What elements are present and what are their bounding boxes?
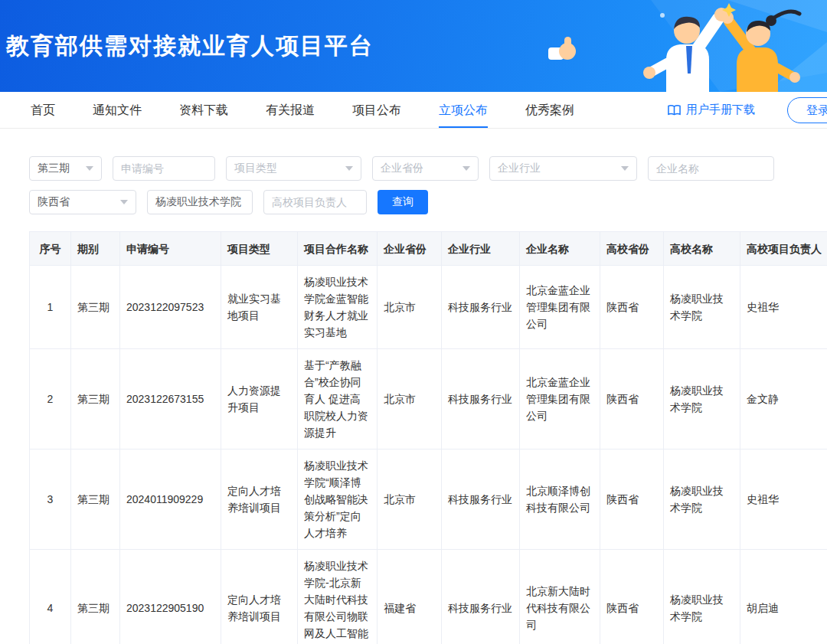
people-highfive-illustration [536, 0, 827, 92]
table-row: 2第三期2023122673155人力资源提升项目基于“产教融合”校企协同育人 … [30, 349, 827, 449]
table-header-cell: 高校项目负责人 [740, 232, 827, 266]
school-name-input[interactable] [147, 190, 253, 214]
table-cell: 杨凌职业技术学院 [664, 349, 740, 449]
table-cell: 科技服务行业 [442, 449, 520, 550]
table-cell: 杨凌职业技术学院-北京新大陆时代科技有限公司物联网及人工智能方向人才培养 [298, 550, 378, 644]
table-cell: 杨凌职业技术学院 [664, 449, 740, 550]
table-cell: 定向人才培养培训项目 [221, 449, 298, 550]
table-cell: 福建省 [378, 550, 442, 644]
results-table-wrap: 序号期别申请编号项目类型项目合作名称企业省份企业行业企业名称高校省份高校名称高校… [29, 231, 827, 644]
table-header-cell: 企业省份 [378, 232, 442, 266]
company-industry-placeholder: 企业行业 [498, 162, 541, 175]
table-header-cell: 企业行业 [442, 232, 520, 266]
site-title: 教育部供需对接就业育人项目平台 [6, 31, 374, 62]
table-cell: 4 [30, 550, 71, 644]
table-cell: 1 [30, 266, 71, 349]
filter-row-1: 第三期 项目类型 企业省份 企业行业 [29, 156, 798, 181]
table-row: 3第三期2024011909229定向人才培养培训项目杨凌职业技术学院“顺泽博创… [30, 449, 827, 550]
filter-row-2: 陕西省 查询 [29, 190, 798, 214]
nav-item-4[interactable]: 有关报道 [266, 92, 315, 129]
project-type-select[interactable]: 项目类型 [226, 156, 361, 181]
chevron-down-icon [120, 200, 128, 204]
nav-items: 首页通知文件资料下载有关报道项目公布立项公布优秀案例 [31, 92, 612, 129]
table-header-cell: 项目合作名称 [298, 232, 378, 266]
apply-no-input[interactable] [113, 156, 215, 181]
nav-right: 用户手册下载 登录 [668, 97, 827, 123]
table-header-row: 序号期别申请编号项目类型项目合作名称企业省份企业行业企业名称高校省份高校名称高校… [30, 232, 827, 266]
table-cell: 人力资源提升项目 [221, 349, 298, 449]
table-cell: 陕西省 [600, 550, 664, 644]
chevron-down-icon [463, 166, 470, 171]
nav-item-5[interactable]: 项目公布 [352, 92, 401, 129]
table-row: 4第三期2023122905190定向人才培养培训项目杨凌职业技术学院-北京新大… [30, 550, 827, 644]
book-icon [668, 104, 681, 116]
nav-item-7[interactable]: 优秀案例 [525, 92, 574, 129]
nav-item-1[interactable]: 首页 [31, 92, 55, 129]
project-type-placeholder: 项目类型 [234, 162, 277, 175]
period-select-value: 第三期 [38, 162, 70, 175]
school-province-select[interactable]: 陕西省 [29, 190, 136, 214]
table-cell: 北京金蓝企业管理集团有限公司 [520, 349, 600, 449]
banner: 教育部供需对接就业育人项目平台 [0, 0, 827, 92]
table-cell: 金文静 [740, 349, 827, 449]
table-cell: 北京顺泽博创科技有限公司 [520, 449, 600, 550]
table-cell: 杨凌职业技术学院“顺泽博创战略智能决策分析”定向人才培养 [298, 449, 378, 550]
user-manual-label: 用户手册下载 [686, 103, 755, 117]
table-cell: 2023122673155 [120, 349, 221, 449]
nav-item-6[interactable]: 立项公布 [439, 92, 488, 129]
table-cell: 2023122905190 [120, 550, 221, 644]
table-cell: 科技服务行业 [442, 349, 520, 449]
company-province-select[interactable]: 企业省份 [372, 156, 479, 181]
table-cell: 2 [30, 349, 71, 449]
table-cell: 北京市 [378, 266, 442, 349]
table-cell: 史祖华 [740, 266, 827, 349]
chevron-down-icon [86, 166, 93, 171]
table-cell: 第三期 [71, 449, 120, 550]
company-industry-select[interactable]: 企业行业 [489, 156, 637, 181]
table-header-cell: 序号 [30, 232, 71, 266]
chevron-down-icon [621, 166, 629, 171]
company-name-input[interactable] [648, 156, 774, 181]
table-cell: 科技服务行业 [442, 266, 520, 349]
login-button[interactable]: 登录 [787, 97, 827, 123]
search-button[interactable]: 查询 [378, 190, 428, 214]
table-cell: 胡启迪 [740, 550, 827, 644]
table-cell: 北京新大陆时代科技有限公司 [520, 550, 600, 644]
table-cell: 第三期 [71, 266, 120, 349]
table-header-cell: 项目类型 [221, 232, 298, 266]
user-manual-link[interactable]: 用户手册下载 [668, 103, 755, 117]
table-header-cell: 期别 [71, 232, 120, 266]
table-header-cell: 高校省份 [600, 232, 664, 266]
main-nav: 首页通知文件资料下载有关报道项目公布立项公布优秀案例 用户手册下载 登录 [0, 92, 827, 129]
school-leader-input[interactable] [263, 190, 367, 214]
period-select[interactable]: 第三期 [29, 156, 102, 181]
table-cell: 陕西省 [600, 349, 664, 449]
page: 教育部供需对接就业育人项目平台 [0, 0, 827, 644]
table-cell: 北京市 [378, 449, 442, 550]
table-cell: 定向人才培养培训项目 [221, 550, 298, 644]
results-table: 序号期别申请编号项目类型项目合作名称企业省份企业行业企业名称高校省份高校名称高校… [29, 231, 827, 644]
table-cell: 史祖华 [740, 449, 827, 550]
table-cell: 2024011909229 [120, 449, 221, 550]
table-cell: 3 [30, 449, 71, 550]
table-body: 1第三期2023122097523就业实习基地项目杨凌职业技术学院金蓝智能财务人… [30, 266, 827, 644]
thumbs-up-icon [548, 37, 576, 60]
chevron-down-icon [345, 166, 353, 171]
table-cell: 杨凌职业技术学院 [664, 550, 740, 644]
table-cell: 科技服务行业 [442, 550, 520, 644]
nav-item-3[interactable]: 资料下载 [179, 92, 228, 129]
table-header-cell: 企业名称 [520, 232, 600, 266]
table-cell: 北京市 [378, 349, 442, 449]
table-row: 1第三期2023122097523就业实习基地项目杨凌职业技术学院金蓝智能财务人… [30, 266, 827, 349]
nav-item-2[interactable]: 通知文件 [93, 92, 142, 129]
table-cell: 第三期 [71, 349, 120, 449]
table-cell: 2023122097523 [120, 266, 221, 349]
school-province-value: 陕西省 [38, 195, 70, 209]
table-cell: 北京金蓝企业管理集团有限公司 [520, 266, 600, 349]
table-header-cell: 申请编号 [120, 232, 221, 266]
table-cell: 基于“产教融合”校企协同育人 促进高职院校人力资源提升 [298, 349, 378, 449]
table-cell: 杨凌职业技术学院 [664, 266, 740, 349]
table-cell: 陕西省 [600, 449, 664, 550]
filter-panel: 第三期 项目类型 企业省份 企业行业 陕西省 [29, 156, 798, 214]
table-cell: 陕西省 [600, 266, 664, 349]
